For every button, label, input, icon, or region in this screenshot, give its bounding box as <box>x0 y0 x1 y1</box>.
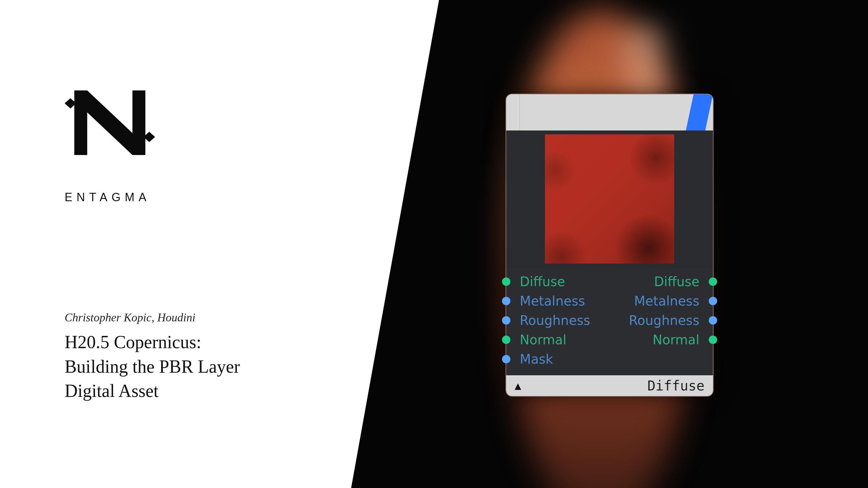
port-dot-icon[interactable] <box>502 316 510 325</box>
port-input[interactable]: Metalness <box>513 294 585 308</box>
port-dot-icon[interactable] <box>709 316 717 325</box>
page-canvas: ENTAGMA Christopher Kopic, Houdini H20.5… <box>0 0 868 488</box>
footer-output-label: Diffuse <box>647 378 705 394</box>
title-line-3: Digital Asset <box>65 379 355 403</box>
port-output-label: Roughness <box>629 313 700 328</box>
port-output[interactable]: Metalness <box>634 294 706 308</box>
entagma-logo-icon <box>65 81 155 165</box>
port-row: MetalnessMetalness <box>506 291 713 311</box>
port-input-label: Roughness <box>520 313 590 328</box>
page-title: H20.5 Copernicus: Building the PBR Layer… <box>65 330 355 403</box>
port-output[interactable]: Normal <box>653 332 706 347</box>
pbr-node-panel: DiffuseDiffuseMetalnessMetalnessRoughnes… <box>505 94 714 397</box>
brand-name: ENTAGMA <box>65 191 355 204</box>
port-output[interactable]: Diffuse <box>654 274 706 289</box>
port-input-label: Diffuse <box>520 274 565 289</box>
port-dot-icon[interactable] <box>502 278 510 286</box>
node-header <box>506 94 713 130</box>
triangle-up-icon: ▲ <box>515 379 521 392</box>
port-input-label: Metalness <box>520 294 585 308</box>
port-dot-icon[interactable] <box>502 335 510 344</box>
port-row: NormalNormal <box>506 330 713 350</box>
texture-preview-swatch <box>545 134 674 264</box>
title-line-2: Building the PBR Layer <box>65 355 355 379</box>
port-input-label: Normal <box>520 332 567 347</box>
title-line-1: H20.5 Copernicus: <box>65 330 355 355</box>
port-dot-icon[interactable] <box>709 335 717 344</box>
port-dot-icon[interactable] <box>502 297 510 305</box>
byline: Christopher Kopic, Houdini <box>65 311 355 324</box>
header-divider <box>519 94 520 130</box>
port-output-label: Normal <box>653 332 700 347</box>
port-row: Mask <box>506 350 713 369</box>
port-row: RoughnessRoughness <box>506 311 713 330</box>
left-panel: ENTAGMA Christopher Kopic, Houdini H20.5… <box>65 81 355 403</box>
port-row: DiffuseDiffuse <box>506 272 713 291</box>
port-dot-icon[interactable] <box>502 355 510 363</box>
port-dot-icon[interactable] <box>709 297 717 305</box>
port-output-label: Metalness <box>634 294 700 308</box>
port-input-label: Mask <box>520 352 553 366</box>
header-active-tab-icon <box>686 94 713 130</box>
node-ports: DiffuseDiffuseMetalnessMetalnessRoughnes… <box>506 267 713 375</box>
port-input[interactable]: Roughness <box>513 313 590 328</box>
port-output[interactable]: Roughness <box>629 313 706 328</box>
port-input[interactable]: Normal <box>513 332 567 347</box>
port-input[interactable]: Mask <box>513 352 553 366</box>
port-output-label: Diffuse <box>654 274 700 289</box>
port-input[interactable]: Diffuse <box>513 274 565 289</box>
port-dot-icon[interactable] <box>709 278 717 286</box>
node-preview-area <box>506 130 713 267</box>
node-footer: ▲ Diffuse <box>506 375 713 396</box>
